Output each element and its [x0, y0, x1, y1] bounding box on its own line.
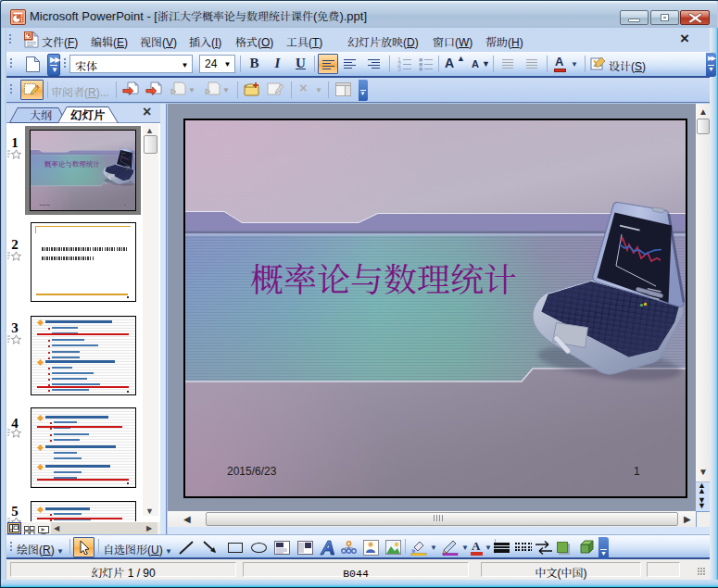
svg-text:大纲: 大纲 [30, 107, 52, 122]
svg-text:幻灯片: 幻灯片 [70, 106, 106, 123]
